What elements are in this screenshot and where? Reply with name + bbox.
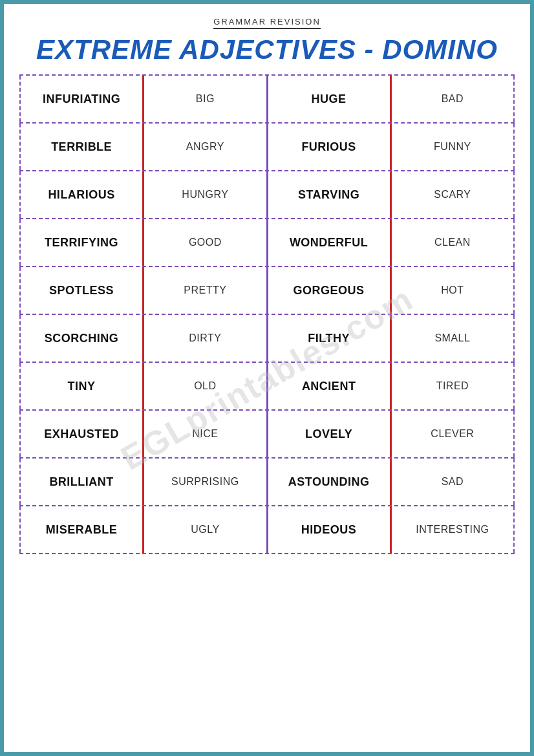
domino-row: TERRIBLEANGRYFURIOUSFUNNY bbox=[19, 122, 515, 170]
base-adjective: GOOD bbox=[144, 219, 266, 266]
domino-row: SPOTLESSPRETTYGORGEOUSHOT bbox=[19, 266, 515, 314]
base-adjective: SCARY bbox=[392, 171, 515, 218]
header: GRAMMAR REVISION EXTREME ADJECTIVES - DO… bbox=[19, 16, 515, 65]
base-adjective: PRETTY bbox=[144, 267, 266, 314]
extreme-adjective: LOVELY bbox=[268, 411, 390, 457]
grammar-label: GRAMMAR REVISION bbox=[213, 17, 321, 29]
extreme-adjective: HUGE bbox=[268, 76, 390, 122]
base-adjective: CLEVER bbox=[392, 411, 515, 457]
domino-row: EXHAUSTEDNICELOVELYCLEVER bbox=[19, 409, 515, 457]
extreme-adjective: BRILLIANT bbox=[19, 459, 142, 505]
base-adjective: HUNGRY bbox=[144, 171, 266, 218]
base-adjective: SMALL bbox=[392, 315, 515, 362]
extreme-adjective: SCORCHING bbox=[19, 315, 142, 362]
domino-row: INFURIATINGBIGHUGEBAD bbox=[19, 74, 515, 122]
extreme-adjective: FILTHY bbox=[268, 315, 390, 362]
base-adjective: INTERESTING bbox=[392, 506, 515, 553]
base-adjective: ANGRY bbox=[144, 124, 266, 170]
main-title: EXTREME ADJECTIVES - DOMINO bbox=[19, 34, 515, 65]
extreme-adjective: ASTOUNDING bbox=[268, 459, 390, 505]
domino-row: MISERABLEUGLYHIDEOUSINTERESTING bbox=[19, 505, 515, 554]
extreme-adjective: ANCIENT bbox=[268, 363, 390, 409]
base-adjective: TIRED bbox=[392, 363, 515, 409]
domino-row: TERRIFYINGGOODWONDERFULCLEAN bbox=[19, 218, 515, 266]
domino-row: BRILLIANTSURPRISINGASTOUNDINGSAD bbox=[19, 457, 515, 505]
domino-row: SCORCHINGDIRTYFILTHYSMALL bbox=[19, 314, 515, 362]
base-adjective: CLEAN bbox=[392, 219, 515, 266]
base-adjective: DIRTY bbox=[144, 315, 266, 362]
base-adjective: OLD bbox=[144, 363, 266, 409]
domino-grid: INFURIATINGBIGHUGEBADTERRIBLEANGRYFURIOU… bbox=[19, 74, 515, 554]
extreme-adjective: WONDERFUL bbox=[268, 219, 390, 266]
base-adjective: HOT bbox=[392, 267, 515, 314]
extreme-adjective: SPOTLESS bbox=[19, 267, 142, 314]
extreme-adjective: TINY bbox=[19, 363, 142, 409]
extreme-adjective: HILARIOUS bbox=[19, 171, 142, 218]
base-adjective: FUNNY bbox=[392, 124, 515, 170]
extreme-adjective: TERRIFYING bbox=[19, 219, 142, 266]
extreme-adjective: GORGEOUS bbox=[268, 267, 390, 314]
extreme-adjective: HIDEOUS bbox=[268, 506, 390, 553]
base-adjective: SAD bbox=[392, 459, 515, 505]
domino-row: TINYOLDANCIENTTIRED bbox=[19, 362, 515, 409]
base-adjective: BIG bbox=[144, 76, 266, 122]
extreme-adjective: INFURIATING bbox=[19, 76, 142, 122]
page: EGLprintables.com GRAMMAR REVISION EXTRE… bbox=[0, 0, 534, 756]
extreme-adjective: TERRIBLE bbox=[19, 124, 142, 170]
extreme-adjective: MISERABLE bbox=[19, 506, 142, 553]
base-adjective: SURPRISING bbox=[144, 459, 266, 505]
extreme-adjective: EXHAUSTED bbox=[19, 411, 142, 457]
base-adjective: UGLY bbox=[144, 506, 266, 553]
extreme-adjective: STARVING bbox=[268, 171, 390, 218]
base-adjective: NICE bbox=[144, 411, 266, 457]
domino-row: HILARIOUSHUNGRYSTARVINGSCARY bbox=[19, 170, 515, 218]
extreme-adjective: FURIOUS bbox=[268, 124, 390, 170]
base-adjective: BAD bbox=[392, 76, 515, 122]
